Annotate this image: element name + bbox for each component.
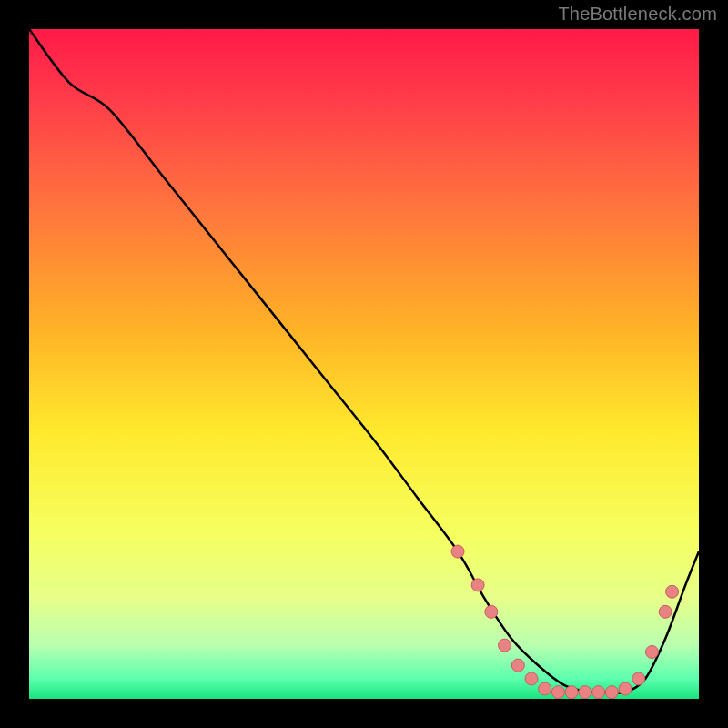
curve-marker xyxy=(579,686,592,699)
chart-frame: TheBottleneck.com xyxy=(0,0,728,728)
curve-marker xyxy=(565,686,578,699)
curve-marker xyxy=(511,659,524,672)
curve-marker xyxy=(605,686,618,699)
curve-marker xyxy=(659,605,672,618)
curve-marker xyxy=(471,579,484,592)
curve-marker xyxy=(451,545,464,558)
curve-marker xyxy=(551,686,564,699)
curve-marker xyxy=(499,639,511,652)
curve-marker xyxy=(539,682,551,695)
curve-marker xyxy=(632,672,645,685)
curve-marker xyxy=(619,682,632,695)
plot-area xyxy=(29,29,699,699)
chart-svg xyxy=(29,29,699,699)
curve-marker xyxy=(666,585,679,598)
curve-marker xyxy=(592,686,605,699)
gradient-background xyxy=(29,29,699,699)
curve-marker xyxy=(485,605,498,618)
attribution-label: TheBottleneck.com xyxy=(558,4,717,25)
curve-marker xyxy=(525,672,538,685)
curve-marker xyxy=(645,645,658,658)
